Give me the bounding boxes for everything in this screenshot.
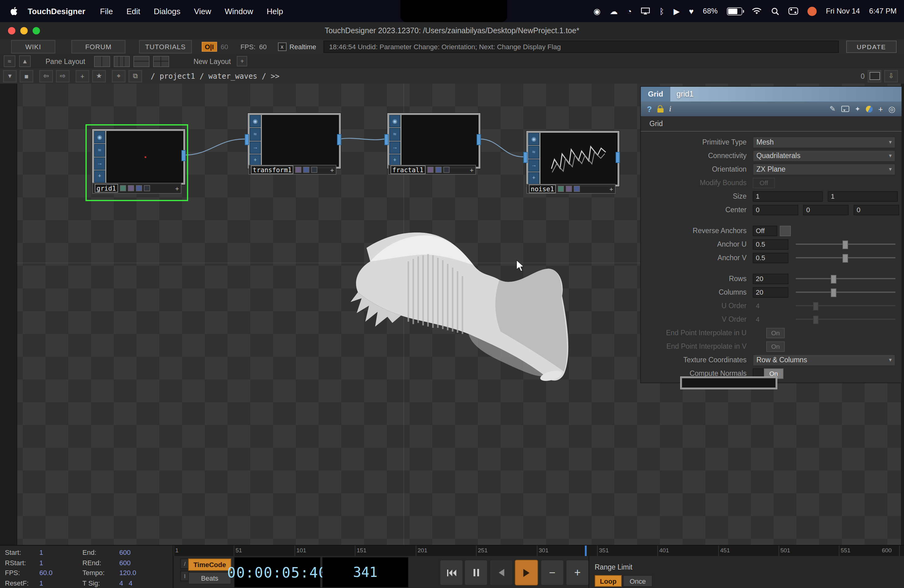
node-color-dot[interactable] xyxy=(566,186,572,192)
menu-file[interactable]: File xyxy=(100,6,113,16)
node-name-label[interactable]: grid1 xyxy=(95,184,118,193)
menu-view[interactable]: View xyxy=(194,6,211,16)
update-button[interactable]: UPDATE xyxy=(846,41,897,53)
node-fractal1[interactable]: ◉ ≈ → + xyxy=(387,113,480,169)
realtime-checkbox[interactable]: x xyxy=(278,43,286,51)
connectivity-dropdown[interactable]: Quadrilaterals▾ xyxy=(753,150,895,161)
focus-icon[interactable]: ⌖ xyxy=(112,70,125,82)
display-flag-icon[interactable]: ◉ xyxy=(389,115,400,128)
tab-grid[interactable]: Grid xyxy=(650,120,663,127)
airplay-icon[interactable] xyxy=(641,7,650,15)
display-flag-icon[interactable]: ◉ xyxy=(94,131,105,144)
lock-flag-icon[interactable]: + xyxy=(94,171,105,183)
render-flag-icon[interactable]: ≈ xyxy=(250,128,261,141)
network-editor[interactable]: ◉ ≈ → + grid1 + ◉ ≈ → + xyxy=(0,84,904,545)
step-back-button[interactable]: − xyxy=(541,560,564,586)
chevron-down-icon[interactable]: ▾ xyxy=(3,70,17,82)
menu-time[interactable]: 6:47 PM xyxy=(869,7,897,15)
node-add-icon[interactable]: + xyxy=(175,185,179,191)
display-flag-icon[interactable]: ◉ xyxy=(250,115,261,128)
spotlight-search-icon[interactable] xyxy=(771,7,779,15)
clear-icon[interactable]: ✦ xyxy=(855,105,860,113)
start-value[interactable]: 1 xyxy=(40,549,82,556)
center-z-field[interactable]: 0 xyxy=(853,204,899,215)
orientation-dropdown[interactable]: ZX Plane▾ xyxy=(753,163,895,175)
output-connector[interactable] xyxy=(182,150,186,161)
size-y-field[interactable]: 1 xyxy=(828,191,898,201)
play-forward-button[interactable] xyxy=(515,560,538,586)
target-icon[interactable]: ◎ xyxy=(888,104,895,114)
primitive-type-dropdown[interactable]: Mesh▾ xyxy=(753,136,895,148)
oi-badge[interactable]: O|I xyxy=(202,42,217,52)
output-connector[interactable] xyxy=(337,134,341,145)
back-arrow-icon[interactable]: ⇦ xyxy=(40,70,53,82)
pane-layout-preset-grid[interactable] xyxy=(153,56,169,67)
input-connector[interactable] xyxy=(384,134,389,145)
rend-value[interactable]: 600 xyxy=(119,559,162,566)
language-toggle-icon[interactable] xyxy=(866,106,872,112)
info-icon[interactable]: i xyxy=(669,104,671,114)
resetf-value[interactable]: 1 xyxy=(40,579,82,587)
tutorials-tab[interactable]: TUTORIALS xyxy=(139,40,192,54)
node-viewer[interactable] xyxy=(541,133,618,185)
add-icon[interactable]: + xyxy=(76,70,89,82)
parameter-panel-header[interactable]: Grid grid1 xyxy=(641,87,902,101)
texture-coordinates-dropdown[interactable]: Row & Columns▾ xyxy=(753,354,895,366)
v-order-field[interactable]: 4 xyxy=(753,314,789,324)
add-parameter-icon[interactable]: + xyxy=(878,104,883,114)
once-button[interactable]: Once xyxy=(623,575,653,587)
node-grid1[interactable]: ◉ ≈ → + xyxy=(92,129,185,185)
step-forward-button[interactable]: + xyxy=(566,560,589,586)
node-name-label[interactable]: transform1 xyxy=(251,166,293,174)
node-add-icon[interactable]: + xyxy=(470,166,474,173)
endpoint-v-toggle[interactable]: On xyxy=(766,341,785,351)
render-flag-icon[interactable]: ≈ xyxy=(94,144,105,157)
input-connector[interactable] xyxy=(245,134,249,145)
cloud-icon[interactable]: ☁ xyxy=(610,6,618,16)
bypass-flag-icon[interactable]: → xyxy=(528,159,539,172)
u-order-field[interactable]: 4 xyxy=(753,300,789,311)
breadcrumb[interactable]: / project1 / water_waves / >> xyxy=(151,72,280,80)
menu-window[interactable]: Window xyxy=(225,6,253,16)
beats-mode-button[interactable]: Beats xyxy=(188,572,231,584)
play-reverse-button[interactable] xyxy=(490,560,513,586)
center-y-field[interactable]: 0 xyxy=(803,204,849,215)
size-x-field[interactable]: 1 xyxy=(753,191,823,201)
bypass-flag-icon[interactable]: → xyxy=(389,141,400,154)
anchor-u-slider[interactable] xyxy=(796,240,895,248)
node-name-bar[interactable]: transform1 + xyxy=(248,165,337,175)
lock-flag-icon[interactable]: + xyxy=(528,172,539,185)
node-name-label[interactable]: fractal1 xyxy=(390,166,425,174)
reverse-anchors-box[interactable] xyxy=(780,225,791,236)
center-x-field[interactable]: 0 xyxy=(753,204,798,215)
record-indicator-icon[interactable]: ◉ xyxy=(593,6,601,16)
input-connector[interactable] xyxy=(523,152,528,163)
collapse-down-icon[interactable]: ⇩ xyxy=(884,70,898,82)
status-circle-icon[interactable]: ◔ xyxy=(627,6,632,16)
lock-icon[interactable] xyxy=(657,108,664,112)
timecode-mode-button[interactable]: TimeCode xyxy=(188,558,231,571)
render-flag-icon[interactable]: ≈ xyxy=(389,128,400,141)
curve-editor-icon[interactable]: ≈ xyxy=(4,55,15,67)
battery-icon[interactable] xyxy=(727,7,742,15)
comment-bubble-icon[interactable] xyxy=(841,106,849,112)
playhead-marker[interactable] xyxy=(585,545,587,556)
bypass-flag-icon[interactable]: → xyxy=(250,141,261,154)
new-layout-add-button[interactable]: + xyxy=(237,56,248,66)
copy-path-icon[interactable]: ⧉ xyxy=(128,70,142,82)
jump-to-start-button[interactable] xyxy=(440,560,463,586)
node-color-dot[interactable] xyxy=(295,167,301,173)
node-color-dot[interactable] xyxy=(427,167,433,173)
u-order-slider[interactable] xyxy=(796,302,895,309)
node-color-dot[interactable] xyxy=(558,186,564,192)
fps-value[interactable]: 60.0 xyxy=(40,569,82,577)
node-color-dot[interactable] xyxy=(128,185,134,191)
apple-menu-icon[interactable] xyxy=(10,6,18,16)
node-color-dot[interactable] xyxy=(574,186,580,192)
node-transform1[interactable]: ◉ ≈ → + xyxy=(248,113,341,169)
endpoint-u-toggle[interactable]: On xyxy=(766,327,785,338)
forward-arrow-icon[interactable]: ⇨ xyxy=(56,70,70,82)
display-flag-icon[interactable]: ◉ xyxy=(528,133,539,145)
node-name-bar[interactable]: fractal1 + xyxy=(388,165,476,175)
node-add-icon[interactable]: + xyxy=(609,185,613,192)
